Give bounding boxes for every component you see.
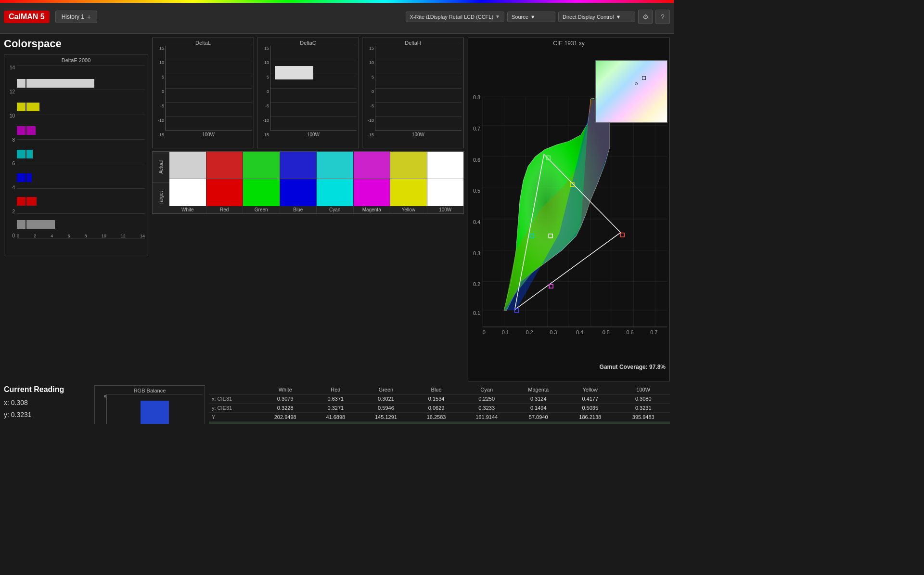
svg-text:0.6: 0.6 bbox=[626, 329, 633, 335]
swatch-magenta: Magenta bbox=[354, 152, 391, 213]
mini-white-marker bbox=[642, 76, 646, 80]
cie-title: CIE 1931 xy bbox=[468, 38, 669, 49]
deltaC-yaxis: 151050-5-10-15 bbox=[259, 46, 270, 137]
reading-x: x: 0.308 bbox=[4, 397, 90, 409]
colorspace-title: Colorspace bbox=[4, 38, 148, 50]
swatch-labels: Actual Target bbox=[153, 152, 169, 213]
row-label-targetY: Target Y bbox=[209, 422, 258, 424]
table-header-row: White Red Green Blue Cyan Magenta Yellow… bbox=[209, 385, 670, 394]
reading-title: Current Reading bbox=[4, 385, 90, 394]
gamut-coverage: Gamut Coverage: 97.8% bbox=[600, 364, 666, 370]
svg-text:0.1: 0.1 bbox=[473, 310, 480, 316]
deltaH-title: DeltaH bbox=[364, 40, 462, 46]
target-label: Target bbox=[158, 191, 164, 205]
col-header-green: Green bbox=[359, 385, 412, 394]
deltaH-inner: 151050-5-10-15 100W bbox=[364, 46, 462, 137]
cie-panel: CIE 1931 xy 0.8 0.7 0.6 0.5 0.4 0.3 0.2 … bbox=[468, 38, 670, 381]
rgb-balance-title: RGB Balance bbox=[97, 388, 203, 393]
source-arrow-icon: ▼ bbox=[530, 14, 536, 20]
bar-red bbox=[17, 196, 145, 207]
history-tab[interactable]: History 1 + bbox=[55, 11, 98, 23]
deltae-chart: DeltaE 2000 14121086420 bbox=[4, 54, 148, 256]
history-tab-label: History 1 bbox=[62, 13, 84, 20]
ddc-dropdown[interactable]: Direct Display Control ▼ bbox=[558, 12, 635, 22]
rainbow-bar bbox=[0, 0, 674, 3]
bar-yellow bbox=[17, 102, 145, 112]
bar-magenta bbox=[17, 125, 145, 136]
svg-text:0.2: 0.2 bbox=[526, 329, 533, 335]
rgb-yaxis: 50-5 bbox=[97, 394, 106, 424]
device-dropdown[interactable]: X-Rite i1Display Retail LCD (CCFL) ▼ bbox=[406, 12, 505, 22]
col-header-white: White bbox=[258, 385, 311, 394]
deltae-title: DeltaE 2000 bbox=[7, 57, 145, 63]
deltaC-inner: 151050-5-10-15 100W bbox=[259, 46, 357, 137]
svg-text:0.8: 0.8 bbox=[473, 94, 480, 100]
top-right: X-Rite i1Display Retail LCD (CCFL) ▼ Sou… bbox=[406, 10, 670, 24]
svg-text:0.1: 0.1 bbox=[502, 329, 509, 335]
deltaH-chart: DeltaH 151050-5-10-15 100W bbox=[362, 38, 464, 148]
deltaL-title: DeltaL bbox=[154, 40, 252, 46]
deltaL-yaxis: 151050-5-10-15 bbox=[154, 46, 165, 137]
source-label: Source bbox=[512, 14, 528, 20]
deltaC-title: DeltaC bbox=[259, 40, 357, 46]
ddc-arrow-icon: ▼ bbox=[616, 14, 621, 20]
add-tab-icon[interactable]: + bbox=[87, 13, 91, 21]
source-dropdown[interactable]: Source ▼ bbox=[507, 12, 555, 22]
col-header-red: Red bbox=[312, 385, 359, 394]
bar-white bbox=[17, 78, 145, 89]
svg-text:0.6: 0.6 bbox=[473, 157, 480, 163]
deltae-yaxis: 14121086420 bbox=[7, 65, 17, 238]
bottom-section: Current Reading x: 0.308 y: 0.3231 fL: 1… bbox=[0, 385, 674, 424]
actual-label: Actual bbox=[158, 160, 164, 174]
device-arrow-icon: ▼ bbox=[495, 14, 500, 19]
col-header-100w: 100W bbox=[616, 385, 670, 394]
row-label-Y: Y bbox=[209, 413, 258, 422]
col-header-magenta: Magenta bbox=[513, 385, 564, 394]
col-header-label bbox=[209, 385, 258, 394]
cie-mini-preview bbox=[595, 60, 667, 123]
svg-text:0.5: 0.5 bbox=[473, 188, 480, 194]
mini-white-circle bbox=[635, 82, 638, 85]
swatch-green: Green bbox=[243, 152, 280, 213]
col-header-yellow: Yellow bbox=[564, 385, 616, 394]
deltaH-plot bbox=[375, 46, 462, 131]
col-header-blue: Blue bbox=[412, 385, 460, 394]
svg-text:0.5: 0.5 bbox=[603, 329, 610, 335]
deltaH-xlabel: 100W bbox=[375, 132, 462, 137]
swatch-columns: White Red Green Blue bbox=[169, 152, 463, 213]
help-button[interactable]: ? bbox=[655, 10, 670, 24]
ddc-label: Direct Display Control bbox=[563, 14, 614, 20]
rgb-chart-area: 50-5 100W bbox=[97, 394, 203, 424]
swatch-yellow: Yellow bbox=[390, 152, 427, 213]
swatches-container: Actual Target White Red bbox=[152, 151, 464, 214]
svg-text:0: 0 bbox=[483, 329, 486, 335]
table-row-Y: Y 202.9498 41.6898 145.1291 16.2583 161.… bbox=[209, 413, 670, 422]
deltaC-plot bbox=[270, 46, 357, 131]
col-header-cyan: Cyan bbox=[460, 385, 513, 394]
deltaL-chart: DeltaL 151050-5-10-15 100W bbox=[152, 38, 254, 148]
swatch-red: Red bbox=[206, 152, 244, 213]
svg-text:0.2: 0.2 bbox=[473, 281, 480, 287]
bar-blue bbox=[17, 172, 145, 183]
svg-text:0.4: 0.4 bbox=[473, 219, 480, 225]
deltaH-yaxis: 151050-5-10-15 bbox=[364, 46, 375, 137]
row-label-y: y: CIE31 bbox=[209, 404, 258, 413]
deltaC-xlabel: 100W bbox=[270, 132, 357, 137]
main-content: Colorspace DeltaE 2000 14121086420 bbox=[0, 34, 674, 385]
delta-charts-row: DeltaL 151050-5-10-15 100W bbox=[152, 38, 464, 148]
rgb-blue-bar bbox=[141, 401, 169, 424]
swatch-blue: Blue bbox=[280, 152, 317, 213]
left-panel: Colorspace DeltaE 2000 14121086420 bbox=[4, 38, 148, 381]
settings-button[interactable]: ⚙ bbox=[638, 10, 653, 24]
reading-fl: fL: 115.56 bbox=[4, 421, 90, 424]
device-label: X-Rite i1Display Retail LCD (CCFL) bbox=[410, 14, 494, 20]
swatch-white: White bbox=[169, 152, 206, 213]
svg-text:0.4: 0.4 bbox=[576, 329, 583, 335]
svg-text:0.3: 0.3 bbox=[550, 329, 557, 335]
svg-text:0.7: 0.7 bbox=[473, 126, 480, 131]
table-row-y: y: CIE31 0.3228 0.3271 0.5946 0.0629 0.3… bbox=[209, 404, 670, 413]
deltaC-chart: DeltaC 151050-5-10-15 bbox=[257, 38, 359, 148]
deltaL-xlabel: 100W bbox=[165, 132, 252, 137]
cie-chart-area: 0.8 0.7 0.6 0.5 0.4 0.3 0.2 0.1 0 0.1 0.… bbox=[468, 49, 669, 380]
bar-100w bbox=[17, 219, 145, 230]
